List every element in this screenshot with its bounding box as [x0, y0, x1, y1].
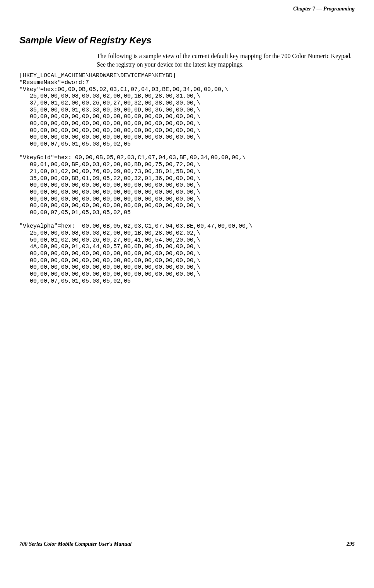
page-footer: 700 Series Color Mobile Computer User's …	[19, 541, 355, 547]
chapter-label: Chapter	[293, 6, 311, 12]
intro-paragraph: The following is a sample view of the cu…	[97, 52, 355, 69]
header-dash: —	[317, 6, 322, 12]
registry-code-block: [HKEY_LOCAL_MACHINE\HARDWARE\DEVICEMAP\K…	[19, 72, 355, 285]
manual-title: 700 Series Color Mobile Computer User's …	[19, 541, 131, 547]
chapter-title: Programming	[323, 6, 355, 12]
section-heading: Sample View of Registry Keys	[19, 35, 355, 46]
page-header: Chapter 7 — Programming	[293, 6, 355, 12]
chapter-number: 7	[313, 6, 315, 12]
page-number: 295	[347, 541, 355, 547]
